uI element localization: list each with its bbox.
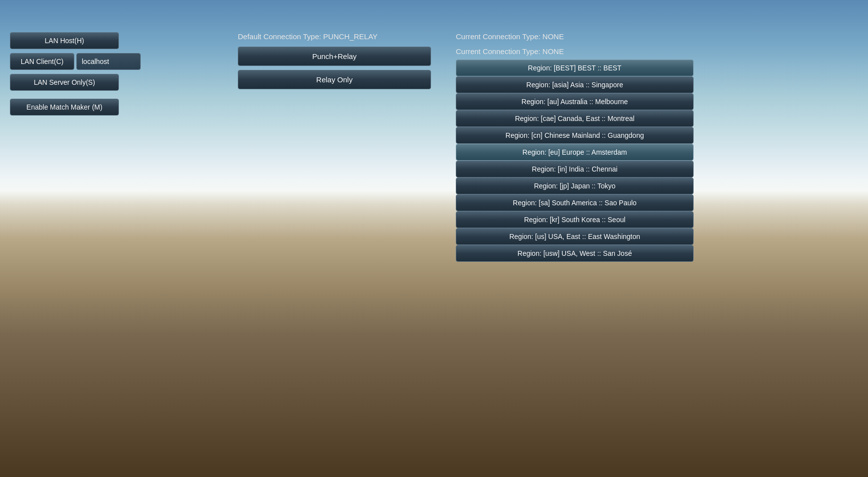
punch-relay-button[interactable]: Punch+Relay xyxy=(238,47,431,66)
lan-server-button[interactable]: LAN Server Only(S) xyxy=(10,74,119,91)
region-button-sa[interactable]: Region: [sa] South America :: Sao Paulo xyxy=(456,194,694,211)
current-connection-type-2: Current Connection Type: NONE xyxy=(456,45,858,56)
region-button-au[interactable]: Region: [au] Australia :: Melbourne xyxy=(456,93,694,110)
region-button-in[interactable]: Region: [in] India :: Chennai xyxy=(456,161,694,178)
center-column: Default Connection Type: PUNCH_RELAY Pun… xyxy=(193,30,441,467)
current-connection-type-1: Current Connection Type: NONE xyxy=(456,30,858,41)
regions-list: Region: [BEST] BEST :: BESTRegion: [asia… xyxy=(456,60,858,262)
region-button-asia[interactable]: Region: [asia] Asia :: Singapore xyxy=(456,76,694,93)
lan-client-input[interactable] xyxy=(76,53,141,70)
region-button-eu[interactable]: Region: [eu] Europe :: Amsterdam xyxy=(456,144,694,161)
region-button-cn[interactable]: Region: [cn] Chinese Mainland :: Guangdo… xyxy=(456,127,694,144)
region-button-cae[interactable]: Region: [cae] Canada, East :: Montreal xyxy=(456,110,694,127)
region-button-us[interactable]: Region: [us] USA, East :: East Washingto… xyxy=(456,228,694,245)
region-button-jp[interactable]: Region: [jp] Japan :: Tokyo xyxy=(456,178,694,194)
lan-host-button[interactable]: LAN Host(H) xyxy=(10,32,119,49)
lan-client-button[interactable]: LAN Client(C) xyxy=(10,53,74,70)
left-column: LAN Host(H) LAN Client(C) LAN Server Onl… xyxy=(10,30,193,467)
right-column: Current Connection Type: NONE Current Co… xyxy=(441,30,858,467)
relay-only-button[interactable]: Relay Only xyxy=(238,70,431,89)
region-button-best[interactable]: Region: [BEST] BEST :: BEST xyxy=(456,60,694,76)
default-connection-label: Default Connection Type: PUNCH_RELAY xyxy=(238,30,441,41)
lan-client-row: LAN Client(C) xyxy=(10,53,193,70)
match-maker-button[interactable]: Enable Match Maker (M) xyxy=(10,99,119,116)
region-button-usw[interactable]: Region: [usw] USA, West :: San José xyxy=(456,245,694,262)
region-button-kr[interactable]: Region: [kr] South Korea :: Seoul xyxy=(456,211,694,228)
ui-layer: LAN Host(H) LAN Client(C) LAN Server Onl… xyxy=(0,0,868,477)
